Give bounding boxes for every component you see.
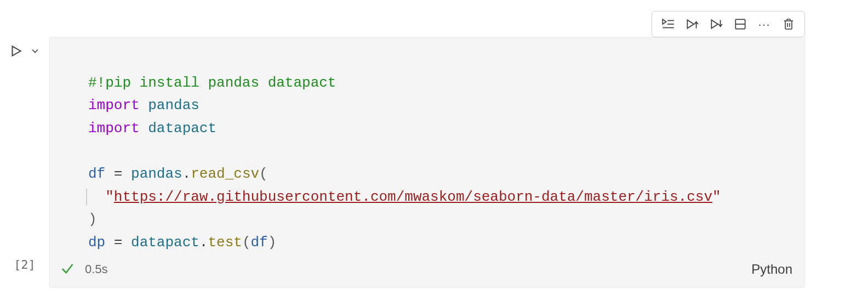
execute-below-icon[interactable] <box>709 17 723 31</box>
code-paren: ) <box>88 211 97 228</box>
code-keyword: import <box>88 120 140 137</box>
delete-cell-icon[interactable] <box>781 17 796 31</box>
execution-count: [2] <box>14 258 36 272</box>
code-editor[interactable]: #!pip install pandas datapact import pan… <box>50 49 804 254</box>
language-label[interactable]: Python <box>751 262 792 277</box>
code-module: pandas <box>131 166 182 182</box>
chevron-down-icon[interactable] <box>30 46 41 59</box>
code-arg: df <box>251 234 268 251</box>
code-module: datapact <box>131 234 199 251</box>
code-var: df <box>88 166 105 182</box>
run-cell-icon[interactable] <box>9 44 23 60</box>
split-cell-icon[interactable] <box>733 17 747 31</box>
svg-marker-6 <box>711 20 718 28</box>
notebook-cell: [2] #!pip install pandas datapact import… <box>0 37 868 287</box>
code-module: pandas <box>148 97 199 114</box>
code-paren: ( <box>259 166 268 182</box>
code-op: . <box>199 234 208 251</box>
code-keyword: import <box>88 97 140 114</box>
code-op: = <box>105 166 131 182</box>
code-op: . <box>182 166 191 182</box>
execute-above-icon[interactable] <box>685 17 699 31</box>
code-method: read_csv <box>191 166 259 182</box>
code-paren: ( <box>242 234 251 251</box>
code-module: datapact <box>148 120 216 137</box>
code-string: " <box>712 189 721 205</box>
more-actions-icon[interactable]: ··· <box>757 17 772 31</box>
code-method: test <box>208 234 242 251</box>
cell-status-bar: 0.5s Python <box>50 254 804 282</box>
run-by-line-icon[interactable] <box>661 17 675 31</box>
svg-marker-13 <box>13 46 21 55</box>
success-check-icon <box>60 261 75 278</box>
cell-toolbar: ··· <box>652 11 805 37</box>
code-comment: #!pip install pandas datapact <box>88 75 336 91</box>
svg-marker-4 <box>687 20 694 28</box>
code-paren: ) <box>268 234 277 251</box>
svg-marker-0 <box>663 19 666 24</box>
code-op: = <box>105 234 131 251</box>
code-cell[interactable]: #!pip install pandas datapact import pan… <box>49 37 805 287</box>
code-string: " <box>105 189 114 205</box>
code-var: dp <box>88 234 105 251</box>
cell-gutter: [2] <box>0 37 49 272</box>
code-string-url: https://raw.githubusercontent.com/mwasko… <box>114 189 712 205</box>
execution-time: 0.5s <box>85 262 108 276</box>
